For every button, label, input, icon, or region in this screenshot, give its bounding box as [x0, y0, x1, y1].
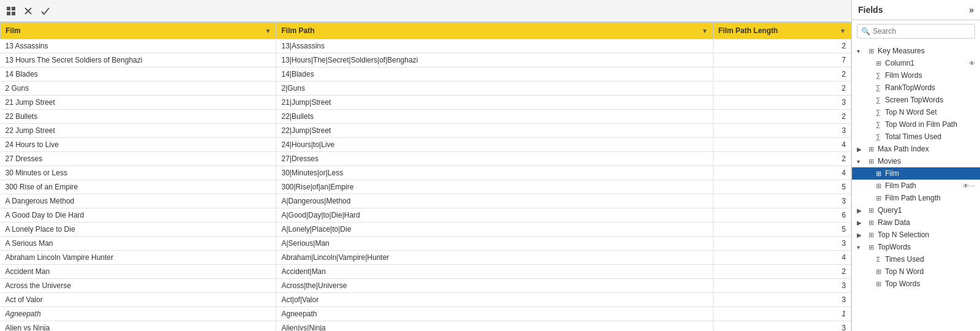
tree-item-times-used[interactable]: Σ Times Used	[852, 253, 980, 265]
cell-path: A|Good|Day|to|Die|Hard	[276, 208, 713, 223]
table-icon-film: ⊞	[874, 170, 883, 178]
table-row[interactable]: Accident ManAccident|Man2	[1, 265, 851, 279]
tree-item-film-path[interactable]: ⊞ Film Path 👁 ···	[852, 180, 980, 192]
search-input[interactable]	[873, 27, 971, 36]
column1-label: Column1	[885, 59, 967, 67]
sort-film-icon[interactable]: ▼	[265, 28, 271, 34]
table-row[interactable]: 21 Jump Street21|Jump|Street3	[1, 96, 851, 110]
cell-film: 21 Jump Street	[1, 96, 276, 110]
cell-length: 2	[713, 82, 851, 96]
table-row[interactable]: 27 Dresses27|Dresses2	[1, 152, 851, 166]
tree-item-rank-top-words[interactable]: ∑ RankTopWords	[852, 82, 980, 94]
tree-item-top-word-film-path[interactable]: ∑ Top Word in Film Path	[852, 118, 980, 131]
table-row[interactable]: 13 Hours The Secret Soldiers of Benghazi…	[1, 53, 851, 67]
table-row[interactable]: 14 Blades14|Blades2	[1, 67, 851, 82]
tree-item-top-words[interactable]: ▾ ⊞ TopWords	[852, 241, 980, 253]
table-row[interactable]: 22 Jump Street22|Jump|Street3	[1, 124, 851, 138]
tree-item-top-n-word[interactable]: ⊞ Top N Word	[852, 265, 980, 278]
chevron-key-measures: ▾	[857, 48, 864, 55]
tree-item-column1[interactable]: ⊞ Column1 👁	[852, 57, 980, 69]
search-box[interactable]: 🔍	[857, 24, 975, 39]
film-label: Film	[885, 169, 975, 178]
cell-length: 2	[713, 110, 851, 124]
more-film-path-icon[interactable]: ···	[970, 183, 975, 189]
column1-actions: 👁	[969, 60, 975, 67]
grid-icon[interactable]	[5, 5, 17, 17]
cell-film: Abraham Lincoln Vampire Hunter	[1, 251, 276, 265]
tree-item-top-n-selection[interactable]: ▶ ⊞ Top N Selection	[852, 229, 980, 241]
tree-item-query1[interactable]: ▶ ⊞ Query1	[852, 204, 980, 216]
table-row[interactable]: A Serious ManA|Serious|Man3	[1, 237, 851, 251]
table-row[interactable]: Across the UniverseAcross|the|Universe3	[1, 279, 851, 293]
times-used-label: Times Used	[885, 255, 975, 264]
tree-item-top-n-word-set[interactable]: ∑ Top N Word Set	[852, 106, 980, 118]
top-word-film-path-label: Top Word in Film Path	[885, 120, 975, 129]
cell-film: 300 Rise of an Empire	[1, 180, 276, 194]
tree-item-key-measures[interactable]: ▾ ⊞ Key Measures	[852, 45, 980, 57]
cell-path: 2|Guns	[276, 82, 713, 96]
cell-path: A|Serious|Man	[276, 237, 713, 251]
cell-length: 2	[713, 265, 851, 279]
cell-path: 30|Minutes|or|Less	[276, 166, 713, 180]
cell-path: 22|Jump|Street	[276, 124, 713, 138]
tree-item-film[interactable]: ⊞ Film	[852, 167, 980, 180]
cell-film: A Dangerous Method	[1, 194, 276, 208]
table-row[interactable]: Alien vs NinjaAlien|vs|Ninja3	[1, 321, 851, 332]
col-header-film[interactable]: Film ▼	[1, 23, 276, 39]
table-row[interactable]: A Good Day to Die HardA|Good|Day|to|Die|…	[1, 208, 851, 223]
eye-film-path-icon[interactable]: 👁	[963, 183, 969, 189]
cell-film: 13 Hours The Secret Soldiers of Benghazi	[1, 53, 276, 67]
cell-film: 27 Dresses	[1, 152, 276, 166]
table-row[interactable]: 13 Assassins13|Assassins2	[1, 39, 851, 53]
table-row[interactable]: A Dangerous MethodA|Dangerous|Method3	[1, 194, 851, 208]
fields-title: Fields	[858, 5, 883, 15]
tree-item-total-times-used[interactable]: ∑ Total Times Used	[852, 131, 980, 143]
cell-path: 13|Assassins	[276, 39, 713, 53]
table-row[interactable]: AgneepathAgneepath1	[1, 307, 851, 321]
cell-film: Agneepath	[1, 307, 276, 321]
cell-length: 1	[713, 307, 851, 321]
cell-path: 13|Hours|The|Secret|Soldiers|of|Benghazi	[276, 53, 713, 67]
cell-film: 24 Hours to Live	[1, 138, 276, 152]
chevron-query1: ▶	[857, 207, 864, 214]
screen-top-words-label: Screen TopWords	[885, 96, 975, 104]
col-header-length[interactable]: Film Path Length ▼	[713, 23, 851, 39]
tree-item-max-path-index[interactable]: ▶ ⊞ Max Path Index	[852, 143, 980, 155]
close-icon[interactable]	[22, 5, 34, 17]
sort-length-icon[interactable]: ▼	[840, 28, 846, 34]
col-header-path[interactable]: Film Path ▼	[276, 23, 713, 39]
fields-close-button[interactable]: »	[969, 5, 974, 15]
chevron-top-n-sel: ▶	[857, 232, 864, 238]
rank-top-words-label: RankTopWords	[885, 83, 975, 92]
key-measures-label: Key Measures	[878, 47, 975, 55]
chevron-movies: ▾	[857, 158, 864, 165]
cell-path: 22|Bullets	[276, 110, 713, 124]
table-row[interactable]: 30 Minutes or Less30|Minutes|or|Less4	[1, 166, 851, 180]
tree-item-film-path-length[interactable]: ⊞ Film Path Length	[852, 192, 980, 204]
tree-item-raw-data[interactable]: ▶ ⊞ Raw Data	[852, 216, 980, 229]
eye-icon[interactable]: 👁	[969, 60, 975, 67]
cell-path: 300|Rise|of|an|Empire	[276, 180, 713, 194]
tree-item-top-words2[interactable]: ⊞ Top Words	[852, 278, 980, 290]
table-row[interactable]: 24 Hours to Live24|Hours|to|Live4	[1, 138, 851, 152]
cell-length: 5	[713, 180, 851, 194]
table-icon-top-words: ⊞	[867, 243, 875, 251]
sort-path-icon[interactable]: ▼	[702, 28, 708, 34]
table-row[interactable]: 300 Rise of an Empire300|Rise|of|an|Empi…	[1, 180, 851, 194]
tree-item-film-words[interactable]: ∑ Film Words	[852, 69, 980, 82]
svg-rect-2	[7, 12, 10, 15]
table-row[interactable]: 22 Bullets22|Bullets2	[1, 110, 851, 124]
svg-rect-1	[12, 7, 15, 10]
table-row[interactable]: 2 Guns2|Guns2	[1, 82, 851, 96]
check-icon[interactable]	[39, 5, 51, 17]
top-words2-label: Top Words	[885, 280, 975, 288]
calc-icon-screen: ∑	[874, 96, 883, 104]
cell-path: Across|the|Universe	[276, 279, 713, 293]
tree-item-screen-top-words[interactable]: ∑ Screen TopWords	[852, 94, 980, 106]
table-row[interactable]: Act of ValorAct|of|Valor3	[1, 293, 851, 307]
tree-item-movies[interactable]: ▾ ⊞ Movies	[852, 155, 980, 167]
fields-tree: ▾ ⊞ Key Measures ⊞ Column1 👁 ∑ Film Word…	[852, 42, 980, 331]
table-row[interactable]: A Lonely Place to DieA|Lonely|Place|to|D…	[1, 223, 851, 237]
cell-length: 3	[713, 237, 851, 251]
table-row[interactable]: Abraham Lincoln Vampire HunterAbraham|Li…	[1, 251, 851, 265]
